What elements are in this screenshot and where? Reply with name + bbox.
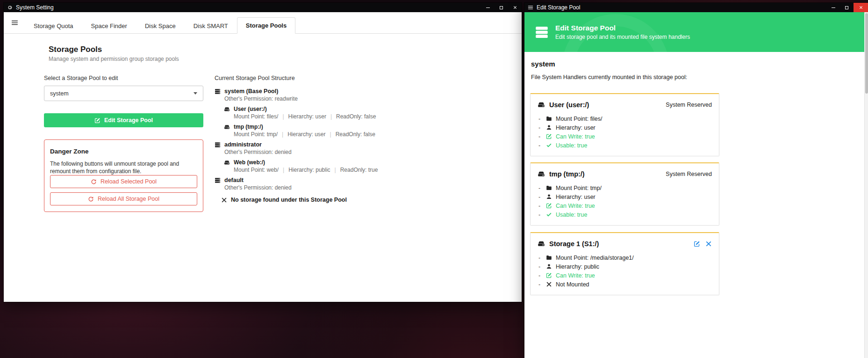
- maximize-icon: [845, 6, 848, 9]
- close-icon: [513, 6, 517, 9]
- chevron-down-icon: [194, 92, 197, 95]
- page-title: Storage Pools: [49, 45, 503, 54]
- desktop: { "colors": { "accent_green": "#2ecc71",…: [0, 0, 868, 358]
- not-mounted-row: Not Mounted: [538, 280, 712, 289]
- select-pool-label: Select a Storage Pool to edit: [44, 75, 203, 82]
- system-setting-titlebar[interactable]: System Setting: [4, 3, 522, 12]
- storage-drive-icon: [224, 160, 230, 166]
- reload-selected-pool-button[interactable]: Reload Selected Pool: [50, 175, 197, 188]
- mount-point-row: Mount Point: tmp/: [538, 183, 712, 192]
- edit-pool-header: Edit Storage Pool Edit storage pool and …: [524, 12, 864, 52]
- mount-point-row: Mount Point: /media/storage1/: [538, 253, 712, 262]
- selected-pool-value: system: [50, 90, 69, 97]
- storage-drive-icon: [538, 240, 545, 248]
- storage-drive-icon: [538, 170, 545, 178]
- server-icon: [215, 142, 221, 148]
- tab-space-finder[interactable]: Space Finder: [82, 18, 136, 34]
- check-icon: [546, 212, 552, 218]
- folder-icon: [546, 255, 552, 261]
- gear-icon: [7, 5, 13, 10]
- edit-pool-body: Edit Storage Pool Edit storage pool and …: [524, 12, 868, 358]
- window-title: System Setting: [16, 4, 54, 11]
- x-icon: [221, 197, 227, 203]
- handler-card-tmp: tmp (tmp:/) System Reserved Mount Point:…: [530, 162, 719, 226]
- tab-disk-space[interactable]: Disk Space: [136, 18, 185, 34]
- tab-storage-pools[interactable]: Storage Pools: [237, 17, 295, 34]
- hierarchy-row: Hierarchy: public: [538, 262, 712, 271]
- check-icon: [546, 142, 552, 148]
- user-icon: [546, 194, 552, 200]
- pool-description: File System Handlers currently mounted i…: [531, 74, 864, 81]
- refresh-icon: [91, 179, 97, 185]
- mount-point-row: Mount Point: files/: [538, 114, 712, 123]
- server-icon: [215, 88, 221, 95]
- tree-storage-tmp: tmp (tmp:/) Mount Point: tmp/Hierarchy: …: [224, 124, 503, 138]
- tree-empty-message: No storage found under this Storage Pool: [221, 197, 503, 204]
- window-title: Edit Storage Pool: [537, 4, 580, 11]
- handler-card-user: User (user:/) System Reserved Mount Poin…: [530, 93, 719, 156]
- usable-row: Usable: true: [538, 141, 712, 150]
- edit-icon: [546, 272, 552, 278]
- tab-storage-quota[interactable]: Storage Quota: [25, 18, 82, 34]
- edit-pool-titlebar[interactable]: Edit Storage Pool: [524, 3, 868, 12]
- refresh-icon: [88, 196, 94, 202]
- handler-card-list: User (user:/) System Reserved Mount Poin…: [530, 93, 719, 295]
- close-icon: [859, 6, 863, 9]
- folder-icon: [546, 185, 552, 191]
- danger-zone-title: Danger Zone: [50, 147, 197, 155]
- edit-storage-pool-window: Edit Storage Pool Edit Storage Pool Edit…: [524, 3, 868, 358]
- remove-handler-icon[interactable]: [705, 241, 712, 247]
- tree-pool-administrator: administrator Other's Permission: denied: [215, 141, 503, 156]
- can-write-row: Can Write: true: [538, 201, 712, 210]
- edit-icon: [546, 203, 552, 209]
- can-write-row: Can Write: true: [538, 271, 712, 280]
- danger-zone-panel: Danger Zone The following buttons will u…: [44, 139, 203, 212]
- tree-pool-default: default Other's Permission: denied: [215, 177, 503, 191]
- hierarchy-row: Hierarchy: user: [538, 192, 712, 201]
- tree-storage-web: Web (web:/) Mount Point: web/Hierarchy: …: [224, 159, 503, 174]
- reload-all-pool-button[interactable]: Reload All Storage Pool: [50, 192, 197, 205]
- tab-disk-smart[interactable]: Disk SMART: [185, 18, 237, 34]
- close-button[interactable]: [508, 3, 522, 12]
- page-subtitle: Manage system and permission group stora…: [49, 56, 503, 63]
- hamburger-menu-icon[interactable]: [11, 19, 18, 26]
- edit-handler-icon[interactable]: [694, 241, 700, 247]
- usable-row: Usable: true: [538, 210, 712, 219]
- hamburger-icon: [528, 5, 533, 10]
- storage-drive-icon: [224, 106, 230, 112]
- danger-zone-description: The following buttons will unmount stora…: [50, 160, 197, 175]
- can-write-row: Can Write: true: [538, 132, 712, 141]
- minimize-button[interactable]: [481, 3, 495, 12]
- maximize-button[interactable]: [495, 3, 508, 12]
- edit-storage-pool-button[interactable]: Edit Storage Pool: [44, 113, 203, 127]
- structure-title: Current Storage Pool Structure: [215, 75, 503, 82]
- maximize-button[interactable]: [840, 3, 854, 12]
- tab-bar: Storage Quota Space Finder Disk Space Di…: [4, 12, 522, 34]
- user-icon: [546, 124, 552, 131]
- scrollbar-track[interactable]: [864, 12, 868, 358]
- system-reserved-badge: System Reserved: [666, 102, 712, 108]
- system-reserved-badge: System Reserved: [666, 171, 712, 177]
- minimize-button[interactable]: [826, 3, 840, 12]
- edit-icon: [546, 133, 552, 139]
- close-button[interactable]: [854, 3, 868, 12]
- system-setting-window: System Setting Storage Quota Space Finde…: [4, 3, 522, 302]
- header-subtitle: Edit storage pool and its mounted file s…: [555, 34, 690, 41]
- storage-pool-tree: system (Base Pool) Other's Permission: r…: [215, 88, 503, 204]
- server-icon: [215, 177, 221, 183]
- scrollbar-thumb[interactable]: [865, 13, 868, 94]
- storage-pool-select[interactable]: system: [44, 86, 203, 101]
- storage-pools-page: Storage Pools Manage system and permissi…: [4, 34, 522, 301]
- folder-icon: [546, 116, 552, 122]
- handler-card-storage1: Storage 1 (S1:/) Mount Point: /media/sto…: [530, 232, 719, 295]
- tree-storage-user: User (user:/) Mount Point: files/Hierarc…: [224, 106, 503, 120]
- tree-pool-system: system (Base Pool) Other's Permission: r…: [215, 88, 503, 102]
- storage-drive-icon: [224, 124, 230, 130]
- maximize-icon: [500, 6, 503, 9]
- minimize-icon: [486, 7, 490, 8]
- x-icon: [546, 281, 552, 287]
- user-icon: [546, 263, 552, 270]
- hierarchy-row: Hierarchy: user: [538, 123, 712, 132]
- pool-name: system: [531, 59, 864, 68]
- header-title: Edit Storage Pool: [555, 23, 690, 32]
